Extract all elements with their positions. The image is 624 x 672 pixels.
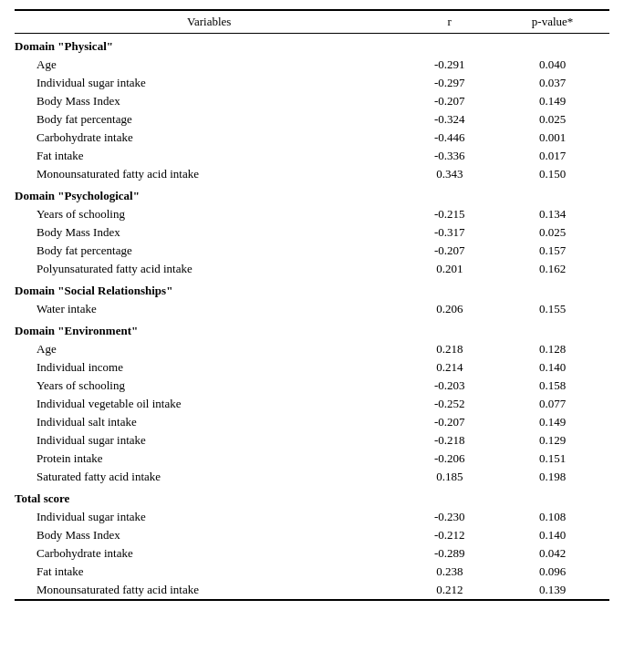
variable-label: Individual sugar intake bbox=[15, 508, 403, 526]
r-value: 0.214 bbox=[403, 358, 495, 377]
p-value: 0.155 bbox=[495, 300, 609, 318]
p-value bbox=[495, 486, 609, 508]
p-value: 0.025 bbox=[495, 223, 609, 242]
table-row: Domain "Social Relationships" bbox=[15, 278, 609, 300]
table-row: Individual income0.2140.140 bbox=[15, 358, 609, 377]
r-value bbox=[403, 34, 495, 57]
variable-label: Age bbox=[15, 56, 403, 74]
r-value: -0.230 bbox=[403, 508, 495, 526]
variable-label: Protein intake bbox=[15, 450, 403, 468]
domain-label: Domain "Physical" bbox=[15, 34, 403, 57]
table-row: Individual vegetable oil intake-0.2520.0… bbox=[15, 395, 609, 413]
variable-label: Individual salt intake bbox=[15, 413, 403, 431]
variable-label: Monounsaturated fatty acid intake bbox=[15, 165, 403, 183]
variable-label: Polyunsaturated fatty acid intake bbox=[15, 260, 403, 278]
p-value: 0.077 bbox=[495, 395, 609, 413]
r-value: 0.185 bbox=[403, 468, 495, 486]
p-value: 0.096 bbox=[495, 563, 609, 581]
r-value: 0.212 bbox=[403, 581, 495, 600]
p-value bbox=[495, 183, 609, 205]
r-value: 0.343 bbox=[403, 165, 495, 183]
p-value: 0.151 bbox=[495, 450, 609, 468]
p-value: 0.128 bbox=[495, 340, 609, 358]
table-row: Polyunsaturated fatty acid intake0.2010.… bbox=[15, 260, 609, 278]
table-row: Domain "Environment" bbox=[15, 318, 609, 340]
p-value: 0.037 bbox=[495, 74, 609, 92]
p-value: 0.140 bbox=[495, 358, 609, 377]
variable-label: Body Mass Index bbox=[15, 223, 403, 242]
table-row: Years of schooling-0.2030.158 bbox=[15, 377, 609, 395]
table-row: Individual salt intake-0.2070.149 bbox=[15, 413, 609, 431]
table-row: Protein intake-0.2060.151 bbox=[15, 450, 609, 468]
p-value: 0.129 bbox=[495, 431, 609, 450]
variable-label: Carbohydrate intake bbox=[15, 129, 403, 147]
p-value bbox=[495, 34, 609, 57]
r-value: -0.252 bbox=[403, 395, 495, 413]
table-row: Age-0.2910.040 bbox=[15, 56, 609, 74]
table-row: Carbohydrate intake-0.2890.042 bbox=[15, 544, 609, 563]
p-value: 0.134 bbox=[495, 205, 609, 223]
table-row: Individual sugar intake-0.2300.108 bbox=[15, 508, 609, 526]
p-value: 0.149 bbox=[495, 92, 609, 110]
variable-label: Individual sugar intake bbox=[15, 74, 403, 92]
p-value: 0.149 bbox=[495, 413, 609, 431]
r-value bbox=[403, 183, 495, 205]
p-value bbox=[495, 318, 609, 340]
table-row: Body fat percentage-0.3240.025 bbox=[15, 110, 609, 129]
variable-label: Individual vegetable oil intake bbox=[15, 395, 403, 413]
table-row: Domain "Psychological" bbox=[15, 183, 609, 205]
r-value: 0.201 bbox=[403, 260, 495, 278]
r-value: 0.238 bbox=[403, 563, 495, 581]
variable-label: Body fat percentage bbox=[15, 242, 403, 260]
variable-label: Monounsaturated fatty acid intake bbox=[15, 581, 403, 600]
p-value: 0.139 bbox=[495, 581, 609, 600]
p-value: 0.140 bbox=[495, 526, 609, 544]
variable-label: Body fat percentage bbox=[15, 110, 403, 129]
variable-label: Water intake bbox=[15, 300, 403, 318]
table-row: Water intake0.2060.155 bbox=[15, 300, 609, 318]
header-r: r bbox=[403, 10, 495, 34]
variable-label: Individual income bbox=[15, 358, 403, 377]
r-value: -0.446 bbox=[403, 129, 495, 147]
table-row: Years of schooling-0.2150.134 bbox=[15, 205, 609, 223]
p-value: 0.157 bbox=[495, 242, 609, 260]
table-row: Body Mass Index-0.2070.149 bbox=[15, 92, 609, 110]
p-value: 0.108 bbox=[495, 508, 609, 526]
header-pvalue: p-value* bbox=[495, 10, 609, 34]
domain-label: Domain "Social Relationships" bbox=[15, 278, 403, 300]
table-row: Age0.2180.128 bbox=[15, 340, 609, 358]
r-value: -0.289 bbox=[403, 544, 495, 563]
p-value: 0.042 bbox=[495, 544, 609, 563]
data-table: Variables r p-value* Domain "Physical"Ag… bbox=[15, 9, 609, 601]
p-value: 0.158 bbox=[495, 377, 609, 395]
table-row: Body Mass Index-0.3170.025 bbox=[15, 223, 609, 242]
table-row: Fat intake-0.3360.017 bbox=[15, 147, 609, 165]
p-value: 0.017 bbox=[495, 147, 609, 165]
r-value: -0.207 bbox=[403, 92, 495, 110]
r-value bbox=[403, 486, 495, 508]
table-row: Total score bbox=[15, 486, 609, 508]
p-value: 0.040 bbox=[495, 56, 609, 74]
r-value: -0.215 bbox=[403, 205, 495, 223]
r-value: 0.206 bbox=[403, 300, 495, 318]
domain-label: Domain "Psychological" bbox=[15, 183, 403, 205]
r-value: -0.324 bbox=[403, 110, 495, 129]
table-row: Body fat percentage-0.2070.157 bbox=[15, 242, 609, 260]
variable-label: Body Mass Index bbox=[15, 526, 403, 544]
table-row: Monounsaturated fatty acid intake0.2120.… bbox=[15, 581, 609, 600]
table-row: Domain "Physical" bbox=[15, 34, 609, 57]
variable-label: Carbohydrate intake bbox=[15, 544, 403, 563]
table-header-row: Variables r p-value* bbox=[15, 10, 609, 34]
table-wrapper: Variables r p-value* Domain "Physical"Ag… bbox=[0, 0, 624, 610]
p-value bbox=[495, 278, 609, 300]
variable-label: Years of schooling bbox=[15, 205, 403, 223]
p-value: 0.025 bbox=[495, 110, 609, 129]
table-row: Carbohydrate intake-0.4460.001 bbox=[15, 129, 609, 147]
domain-label: Domain "Environment" bbox=[15, 318, 403, 340]
p-value: 0.001 bbox=[495, 129, 609, 147]
table-row: Saturated fatty acid intake0.1850.198 bbox=[15, 468, 609, 486]
r-value bbox=[403, 278, 495, 300]
variable-label: Age bbox=[15, 340, 403, 358]
r-value: -0.297 bbox=[403, 74, 495, 92]
r-value: 0.218 bbox=[403, 340, 495, 358]
